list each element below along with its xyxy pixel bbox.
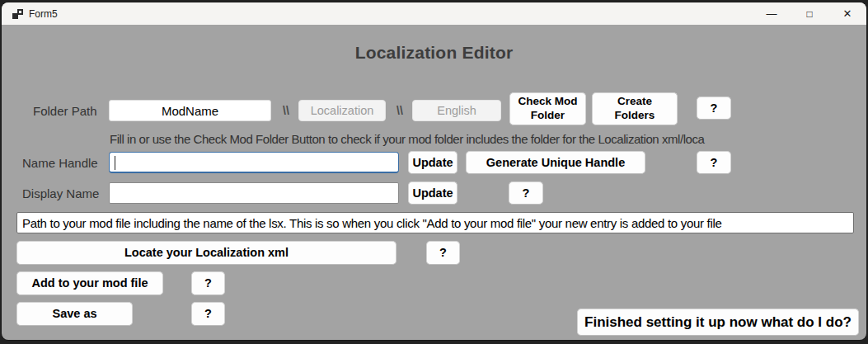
- generate-unique-handle-button[interactable]: Generate Unique Handle: [466, 151, 645, 174]
- name-handle-help-button[interactable]: ?: [697, 151, 731, 174]
- add-to-mod-file-button[interactable]: Add to your mod file: [16, 271, 163, 295]
- close-icon[interactable]: ✕: [828, 2, 866, 25]
- maximize-icon[interactable]: □: [791, 2, 828, 25]
- localization-folder-input: [298, 100, 386, 121]
- text-caret: [115, 156, 115, 170]
- folder-path-help-button[interactable]: ?: [697, 97, 731, 120]
- name-handle-input[interactable]: [109, 152, 399, 173]
- add-help-button[interactable]: ?: [191, 271, 225, 295]
- display-name-help-button[interactable]: ?: [509, 181, 543, 205]
- save-as-button[interactable]: Save as: [16, 302, 133, 326]
- create-folders-button[interactable]: Create Folders: [592, 92, 678, 125]
- locate-localization-xml-button[interactable]: Locate your Localization xml: [16, 241, 396, 265]
- finished-setup-button[interactable]: Finished setting it up now what do I do?: [577, 309, 859, 336]
- mod-name-input[interactable]: [109, 100, 271, 121]
- path-separator: \\: [391, 100, 409, 121]
- save-help-button[interactable]: ?: [191, 302, 225, 326]
- window-title: Form5: [29, 8, 58, 20]
- display-name-update-button[interactable]: Update: [408, 181, 457, 205]
- check-mod-folder-button[interactable]: Check Mod Folder: [509, 92, 586, 125]
- locate-help-button[interactable]: ?: [426, 241, 460, 265]
- minimize-icon[interactable]: —: [753, 2, 791, 25]
- folder-path-label: Folder Path: [33, 100, 97, 121]
- title-bar: Form5 — □ ✕: [2, 2, 866, 25]
- page-title: Localization Editor: [2, 43, 866, 63]
- display-name-label: Display Name: [22, 182, 99, 204]
- name-handle-label: Name Handle: [22, 152, 98, 173]
- window-controls: — □ ✕: [753, 2, 866, 25]
- form-icon: [12, 9, 23, 19]
- folder-helper-text: Fill in or use the Check Mod Folder Butt…: [110, 132, 704, 146]
- mod-file-path-input[interactable]: [16, 212, 854, 233]
- name-handle-update-button[interactable]: Update: [408, 151, 457, 174]
- english-folder-input: [412, 100, 501, 121]
- path-separator: \\: [277, 100, 295, 121]
- display-name-input[interactable]: [109, 182, 399, 204]
- form5-window: Form5 — □ ✕ Localization Editor Folder P…: [2, 2, 866, 340]
